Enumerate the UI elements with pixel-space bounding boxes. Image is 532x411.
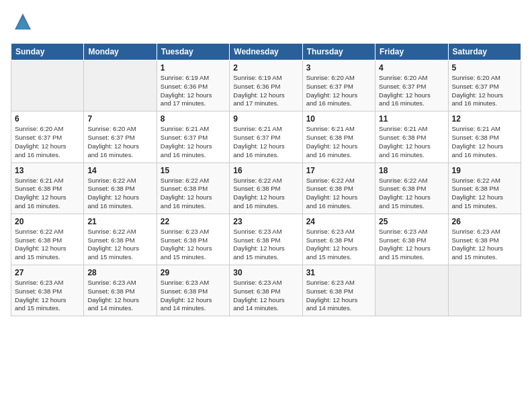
day-info: Sunrise: 6:23 AMSunset: 6:38 PMDaylight:…	[452, 228, 517, 262]
calendar-header: SundayMondayTuesdayWednesdayThursdayFrid…	[11, 44, 521, 60]
day-info: Sunrise: 6:20 AMSunset: 6:37 PMDaylight:…	[306, 74, 371, 108]
day-info: Sunrise: 6:22 AMSunset: 6:38 PMDaylight:…	[15, 228, 80, 262]
day-number: 23	[233, 217, 298, 226]
weekday-header: Wednesday	[230, 44, 302, 60]
day-number: 20	[15, 217, 80, 226]
day-info: Sunrise: 6:23 AMSunset: 6:38 PMDaylight:…	[379, 228, 444, 262]
day-info: Sunrise: 6:23 AMSunset: 6:38 PMDaylight:…	[15, 279, 80, 313]
day-number: 31	[306, 268, 371, 277]
day-info: Sunrise: 6:21 AMSunset: 6:37 PMDaylight:…	[161, 125, 226, 159]
weekday-header: Friday	[375, 44, 448, 60]
day-number: 19	[452, 166, 517, 175]
day-number: 17	[306, 166, 371, 175]
day-info: Sunrise: 6:23 AMSunset: 6:38 PMDaylight:…	[161, 279, 226, 313]
day-number: 9	[233, 114, 298, 124]
logo-icon	[11, 11, 35, 35]
day-info: Sunrise: 6:22 AMSunset: 6:38 PMDaylight:…	[452, 177, 517, 211]
logo	[11, 11, 35, 35]
calendar-cell: 29Sunrise: 6:23 AMSunset: 6:38 PMDayligh…	[157, 265, 229, 316]
calendar-cell: 20Sunrise: 6:22 AMSunset: 6:38 PMDayligh…	[11, 214, 84, 265]
calendar-cell	[11, 60, 84, 111]
weekday-header: Thursday	[302, 44, 375, 60]
day-number: 29	[161, 268, 226, 277]
day-number: 5	[452, 63, 517, 73]
day-number: 2	[233, 63, 298, 73]
calendar-cell: 1Sunrise: 6:19 AMSunset: 6:36 PMDaylight…	[157, 60, 229, 111]
day-info: Sunrise: 6:22 AMSunset: 6:38 PMDaylight:…	[306, 177, 371, 211]
day-info: Sunrise: 6:21 AMSunset: 6:38 PMDaylight:…	[306, 125, 371, 159]
day-number: 14	[87, 166, 152, 175]
day-number: 28	[87, 268, 152, 277]
day-number: 10	[306, 114, 371, 124]
day-number: 13	[15, 166, 80, 175]
day-info: Sunrise: 6:23 AMSunset: 6:38 PMDaylight:…	[306, 228, 371, 262]
calendar-cell: 12Sunrise: 6:21 AMSunset: 6:38 PMDayligh…	[448, 111, 521, 163]
calendar-cell: 26Sunrise: 6:23 AMSunset: 6:38 PMDayligh…	[448, 214, 521, 265]
day-info: Sunrise: 6:22 AMSunset: 6:38 PMDaylight:…	[379, 177, 444, 211]
calendar-cell: 25Sunrise: 6:23 AMSunset: 6:38 PMDayligh…	[375, 214, 448, 265]
calendar-cell	[84, 60, 157, 111]
day-info: Sunrise: 6:23 AMSunset: 6:38 PMDaylight:…	[306, 279, 371, 313]
day-number: 7	[87, 114, 152, 124]
day-number: 26	[452, 217, 517, 226]
calendar-cell: 17Sunrise: 6:22 AMSunset: 6:38 PMDayligh…	[302, 163, 375, 214]
calendar-cell: 11Sunrise: 6:21 AMSunset: 6:38 PMDayligh…	[375, 111, 448, 163]
day-number: 1	[161, 63, 226, 73]
calendar-cell	[448, 265, 521, 316]
weekday-header: Saturday	[448, 44, 521, 60]
day-number: 6	[15, 114, 80, 124]
calendar-cell: 18Sunrise: 6:22 AMSunset: 6:38 PMDayligh…	[375, 163, 448, 214]
day-info: Sunrise: 6:23 AMSunset: 6:38 PMDaylight:…	[161, 228, 226, 262]
day-info: Sunrise: 6:23 AMSunset: 6:38 PMDaylight:…	[87, 279, 152, 313]
day-info: Sunrise: 6:20 AMSunset: 6:37 PMDaylight:…	[87, 125, 152, 159]
day-info: Sunrise: 6:22 AMSunset: 6:38 PMDaylight:…	[87, 177, 152, 211]
calendar-cell: 5Sunrise: 6:20 AMSunset: 6:37 PMDaylight…	[448, 60, 521, 111]
day-number: 16	[233, 166, 298, 175]
day-number: 21	[87, 217, 152, 226]
day-info: Sunrise: 6:21 AMSunset: 6:38 PMDaylight:…	[452, 125, 517, 159]
calendar-cell: 27Sunrise: 6:23 AMSunset: 6:38 PMDayligh…	[11, 265, 84, 316]
calendar-body: 1Sunrise: 6:19 AMSunset: 6:36 PMDaylight…	[11, 60, 521, 316]
day-info: Sunrise: 6:23 AMSunset: 6:38 PMDaylight:…	[233, 279, 298, 313]
day-info: Sunrise: 6:23 AMSunset: 6:38 PMDaylight:…	[233, 228, 298, 262]
calendar-cell: 10Sunrise: 6:21 AMSunset: 6:38 PMDayligh…	[302, 111, 375, 163]
day-info: Sunrise: 6:22 AMSunset: 6:38 PMDaylight:…	[87, 228, 152, 262]
day-info: Sunrise: 6:20 AMSunset: 6:37 PMDaylight:…	[452, 74, 517, 108]
day-info: Sunrise: 6:19 AMSunset: 6:36 PMDaylight:…	[161, 74, 226, 108]
calendar-cell: 30Sunrise: 6:23 AMSunset: 6:38 PMDayligh…	[230, 265, 302, 316]
calendar-cell: 23Sunrise: 6:23 AMSunset: 6:38 PMDayligh…	[230, 214, 302, 265]
day-number: 24	[306, 217, 371, 226]
calendar-cell: 4Sunrise: 6:20 AMSunset: 6:37 PMDaylight…	[375, 60, 448, 111]
day-number: 18	[379, 166, 444, 175]
day-info: Sunrise: 6:21 AMSunset: 6:38 PMDaylight:…	[379, 125, 444, 159]
calendar-cell: 19Sunrise: 6:22 AMSunset: 6:38 PMDayligh…	[448, 163, 521, 214]
day-number: 30	[233, 268, 298, 277]
day-info: Sunrise: 6:20 AMSunset: 6:37 PMDaylight:…	[379, 74, 444, 108]
calendar-cell: 28Sunrise: 6:23 AMSunset: 6:38 PMDayligh…	[84, 265, 157, 316]
calendar-cell: 22Sunrise: 6:23 AMSunset: 6:38 PMDayligh…	[157, 214, 229, 265]
day-number: 8	[161, 114, 226, 124]
calendar-cell: 13Sunrise: 6:21 AMSunset: 6:38 PMDayligh…	[11, 163, 84, 214]
day-info: Sunrise: 6:20 AMSunset: 6:37 PMDaylight:…	[15, 125, 80, 159]
calendar-cell: 9Sunrise: 6:21 AMSunset: 6:37 PMDaylight…	[230, 111, 302, 163]
day-number: 22	[161, 217, 226, 226]
calendar-cell: 21Sunrise: 6:22 AMSunset: 6:38 PMDayligh…	[84, 214, 157, 265]
calendar-cell: 8Sunrise: 6:21 AMSunset: 6:37 PMDaylight…	[157, 111, 229, 163]
day-info: Sunrise: 6:22 AMSunset: 6:38 PMDaylight:…	[233, 177, 298, 211]
calendar-cell: 7Sunrise: 6:20 AMSunset: 6:37 PMDaylight…	[84, 111, 157, 163]
day-info: Sunrise: 6:21 AMSunset: 6:37 PMDaylight:…	[233, 125, 298, 159]
calendar-cell: 24Sunrise: 6:23 AMSunset: 6:38 PMDayligh…	[302, 214, 375, 265]
day-number: 3	[306, 63, 371, 73]
day-number: 4	[379, 63, 444, 73]
calendar-cell: 3Sunrise: 6:20 AMSunset: 6:37 PMDaylight…	[302, 60, 375, 111]
day-number: 27	[15, 268, 80, 277]
day-info: Sunrise: 6:21 AMSunset: 6:38 PMDaylight:…	[15, 177, 80, 211]
calendar-cell: 2Sunrise: 6:19 AMSunset: 6:36 PMDaylight…	[230, 60, 302, 111]
calendar-cell: 16Sunrise: 6:22 AMSunset: 6:38 PMDayligh…	[230, 163, 302, 214]
weekday-header: Tuesday	[157, 44, 229, 60]
calendar-cell: 15Sunrise: 6:22 AMSunset: 6:38 PMDayligh…	[157, 163, 229, 214]
calendar-cell: 14Sunrise: 6:22 AMSunset: 6:38 PMDayligh…	[84, 163, 157, 214]
day-number: 11	[379, 114, 444, 124]
weekday-header: Sunday	[11, 44, 84, 60]
day-number: 12	[452, 114, 517, 124]
